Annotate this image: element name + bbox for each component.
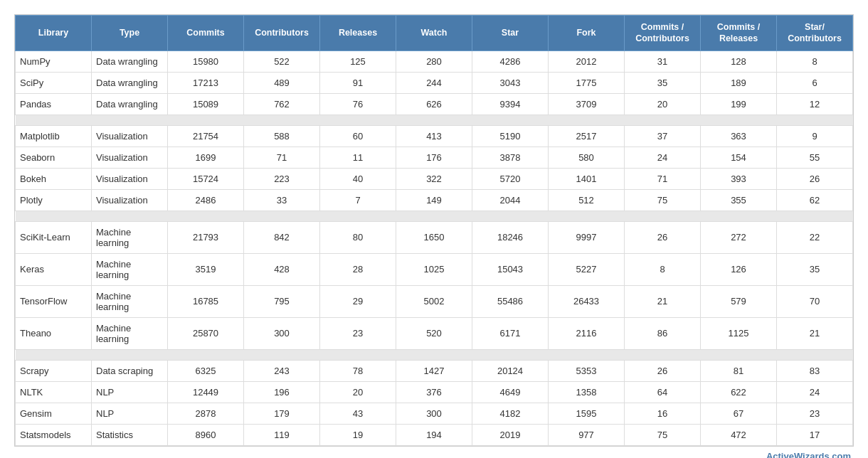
table-cell: 125	[320, 50, 396, 72]
table-cell: 1699	[168, 147, 244, 168]
table-cell: 977	[549, 424, 625, 445]
table-cell: 16	[625, 403, 701, 424]
table-cell: 272	[701, 221, 777, 253]
table-cell: Visualization	[92, 189, 168, 211]
table-cell: 21754	[168, 125, 244, 147]
table-cell: 2517	[549, 125, 625, 147]
table-cell: 60	[320, 125, 396, 147]
table-row: TensorFlowMachine learning16785795295002…	[16, 285, 853, 317]
table-cell: 154	[701, 147, 777, 168]
table-cell: 15980	[168, 50, 244, 72]
table-row: TheanoMachine learning258703002352061712…	[16, 317, 853, 349]
table-cell: 355	[701, 189, 777, 211]
col-commits: Commits	[168, 16, 244, 51]
table-cell: 489	[244, 72, 320, 93]
col-star: Star	[472, 16, 549, 51]
table-cell: 376	[396, 381, 472, 403]
table-cell: Plotly	[16, 189, 92, 211]
table-cell: 280	[396, 50, 472, 72]
table-cell: Machine learning	[92, 253, 168, 285]
table-cell: 35	[625, 72, 701, 93]
table-cell: 795	[244, 285, 320, 317]
table-cell: 26	[625, 360, 701, 381]
table-cell: 5190	[472, 125, 549, 147]
table-cell: 17213	[168, 72, 244, 93]
table-cell: 70	[777, 285, 853, 317]
table-cell: SciKit-Learn	[16, 221, 92, 253]
table-cell: Data wrangling	[92, 93, 168, 114]
table-cell: 91	[320, 72, 396, 93]
table-cell: 18246	[472, 221, 549, 253]
table-cell: 15089	[168, 93, 244, 114]
table-cell: 71	[625, 168, 701, 189]
table-cell: 17	[777, 424, 853, 445]
col-contributors: Contributors	[244, 16, 320, 51]
table-cell: 24	[777, 381, 853, 403]
table-cell: 199	[701, 93, 777, 114]
data-table: Library Type Commits Contributors Releas…	[15, 15, 853, 446]
table-cell: 1595	[549, 403, 625, 424]
table-cell: 6171	[472, 317, 549, 349]
table-cell: 21	[625, 285, 701, 317]
table-cell: 2012	[549, 50, 625, 72]
table-cell: 522	[244, 50, 320, 72]
table-cell: 243	[244, 360, 320, 381]
table-cell: 4182	[472, 403, 549, 424]
table-cell: 64	[625, 381, 701, 403]
table-cell: 7	[320, 189, 396, 211]
table-cell: 626	[396, 93, 472, 114]
table-cell: Machine learning	[92, 285, 168, 317]
col-commits-contributors: Commits /Contributors	[625, 16, 701, 51]
table-cell: Seaborn	[16, 147, 92, 168]
table-cell: 15043	[472, 253, 549, 285]
table-cell: Statsmodels	[16, 424, 92, 445]
table-cell: 189	[701, 72, 777, 93]
table-cell: 194	[396, 424, 472, 445]
table-row: KerasMachine learning3519428281025150435…	[16, 253, 853, 285]
table-cell: NLP	[92, 381, 168, 403]
table-cell: 81	[701, 360, 777, 381]
table-cell: 5002	[396, 285, 472, 317]
table-cell: 12	[777, 93, 853, 114]
table-cell: 1401	[549, 168, 625, 189]
table-cell: 12449	[168, 381, 244, 403]
table-row: NumPyData wrangling159805221252804286201…	[16, 50, 853, 72]
table-cell: 8960	[168, 424, 244, 445]
table-cell: 300	[396, 403, 472, 424]
table-row: GensimNLP28781794330041821595166723	[16, 403, 853, 424]
table-cell: Visualization	[92, 147, 168, 168]
table-cell: 78	[320, 360, 396, 381]
table-row: SeabornVisualization16997111176387858024…	[16, 147, 853, 168]
table-cell: 43	[320, 403, 396, 424]
table-cell: 5227	[549, 253, 625, 285]
table-cell: 5353	[549, 360, 625, 381]
table-cell: 15724	[168, 168, 244, 189]
table-cell: 128	[701, 50, 777, 72]
table-cell: Pandas	[16, 93, 92, 114]
table-cell: 20	[320, 381, 396, 403]
table-cell: 28	[320, 253, 396, 285]
table-row: SciKit-LearnMachine learning217938428016…	[16, 221, 853, 253]
table-cell: 8	[625, 253, 701, 285]
table-cell: 22	[777, 221, 853, 253]
table-cell: 75	[625, 189, 701, 211]
table-row: NLTKNLP1244919620376464913586462224	[16, 381, 853, 403]
table-cell: Data wrangling	[92, 72, 168, 93]
table-cell: 55	[777, 147, 853, 168]
table-cell: 762	[244, 93, 320, 114]
table-cell: Statistics	[92, 424, 168, 445]
col-star-contributors: Star/Contributors	[777, 16, 853, 51]
table-cell: 322	[396, 168, 472, 189]
table-cell: Visualization	[92, 168, 168, 189]
table-cell: 37	[625, 125, 701, 147]
table-row: MatplotlibVisualization21754588604135190…	[16, 125, 853, 147]
table-cell: 1025	[396, 253, 472, 285]
table-cell: 2044	[472, 189, 549, 211]
footer: ActiveWizards.com 28.04.2017	[14, 447, 854, 459]
table-cell: 29	[320, 285, 396, 317]
table-cell: 26433	[549, 285, 625, 317]
table-cell: 588	[244, 125, 320, 147]
table-cell: 20	[625, 93, 701, 114]
table-cell: 363	[701, 125, 777, 147]
table-cell: Matplotlib	[16, 125, 92, 147]
